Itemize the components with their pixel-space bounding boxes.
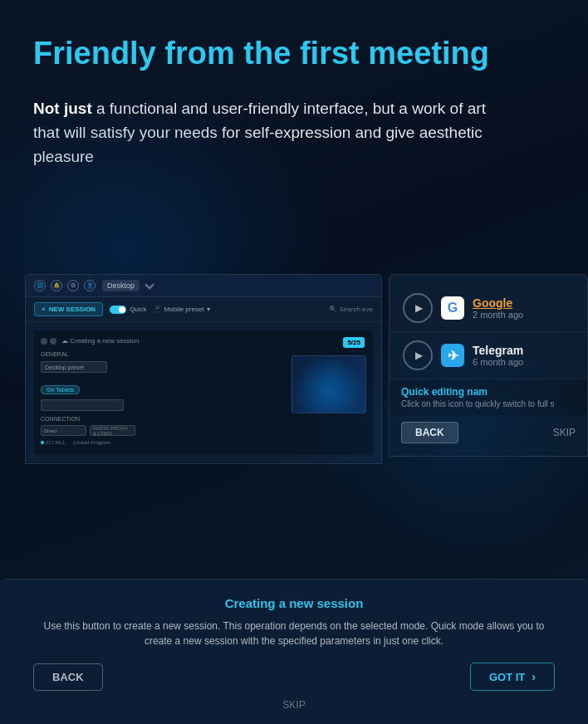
search-bar[interactable]: 🔍 Search eve xyxy=(329,306,373,313)
tutorial-gotit-button[interactable]: GOT IT › xyxy=(470,663,555,691)
right-panel: G Google 2 month ago ✈ Telegram 6 month … xyxy=(389,274,588,457)
mobile-preset-label: Mobile preset xyxy=(164,306,204,313)
header-section: Friendly from the first meeting Not just… xyxy=(0,0,588,169)
quick-editing-title: Quick editing nam xyxy=(401,386,576,398)
tab-dropdown-icon xyxy=(145,280,154,289)
subtitle-strong: Not just xyxy=(33,100,92,117)
globe-icon: 🌐 xyxy=(34,280,46,291)
desktop-preset-input[interactable]: Desktop preset xyxy=(41,361,107,373)
desktop-tab[interactable]: Desktop xyxy=(102,280,140,291)
user-icon: 👤 xyxy=(84,280,96,291)
search-placeholder: Search eve xyxy=(340,306,373,313)
content-window: 5/25 ☁ Creating a new session GENERAL xyxy=(34,330,373,455)
quick-editing-bar: Quick editing nam Click on this icon to … xyxy=(390,379,587,415)
new-session-button[interactable]: + NEW SESSION xyxy=(34,302,103,316)
tab-pill[interactable]: Gn Tablets xyxy=(41,385,80,394)
google-app-name: Google xyxy=(473,296,574,310)
quick-toggle[interactable]: Quick xyxy=(110,306,146,314)
right-panel-back-button[interactable]: BACK xyxy=(401,422,458,443)
ip-stat: 217.69.1. xyxy=(41,440,66,445)
window-dot-2 xyxy=(50,338,56,345)
google-app-info: Google 2 month ago xyxy=(473,296,574,320)
right-panel-buttons: BACK SKIP xyxy=(390,415,587,450)
desktop-preset-value: Desktop preset xyxy=(45,364,84,370)
browser-mockup: 🌐 🔔 ⚙ 👤 Desktop + NEW SESSION Quick xyxy=(25,274,382,464)
telegram-app-name: Telegram xyxy=(473,344,574,357)
gotit-label: GOT IT xyxy=(489,671,525,683)
tutorial-buttons: BACK GOT IT › xyxy=(33,663,555,691)
window-title-bar: ☁ Creating a new session xyxy=(41,337,366,345)
tutorial-title: Creating a new session xyxy=(33,596,555,610)
connection-section: CONNECTION Direct PASTE PROXY & CRED xyxy=(41,416,366,436)
bottom-stats: 217.69.1. (United Kingdom xyxy=(41,440,366,445)
preset-chevron: ▾ xyxy=(207,306,210,313)
ip-value: 217.69.1. xyxy=(46,440,66,445)
screenshots-area: G Google 2 month ago ✈ Telegram 6 month … xyxy=(0,274,588,724)
google-play-button[interactable] xyxy=(403,293,433,323)
location-value: (United Kingdom xyxy=(73,440,110,445)
toggle-switch[interactable] xyxy=(110,306,126,314)
session-bar: + NEW SESSION Quick 📱 Mobile preset ▾ 🔍 … xyxy=(26,297,381,322)
window-dot-1 xyxy=(41,338,47,345)
connection-label: CONNECTION xyxy=(41,416,366,422)
window-context-label: ☁ Creating a new session xyxy=(61,337,139,345)
step-badge: 5/25 xyxy=(343,337,365,348)
stat-dot-ip xyxy=(41,441,44,444)
telegram-play-button[interactable] xyxy=(403,340,433,370)
browser-nav-icons: 🌐 🔔 ⚙ 👤 xyxy=(34,280,96,291)
new-session-label: NEW SESSION xyxy=(49,306,96,313)
telegram-app-info: Telegram 6 month ago xyxy=(473,344,574,367)
connection-row: Direct PASTE PROXY & CRED xyxy=(41,425,366,436)
quick-label: Quick xyxy=(130,306,146,313)
tutorial-skip-button[interactable]: SKIP xyxy=(33,699,555,711)
google-app-time: 2 month ago xyxy=(473,310,574,320)
subtitle-text: Not just a functional and user-friendly … xyxy=(33,96,515,169)
gear-icon: ⚙ xyxy=(67,280,79,291)
name-input[interactable] xyxy=(41,399,124,411)
browser-toolbar: 🌐 🔔 ⚙ 👤 Desktop xyxy=(26,275,381,297)
mobile-icon: 📱 xyxy=(154,306,162,313)
window-dots xyxy=(41,338,56,345)
proxy-input[interactable]: PASTE PROXY & CRED xyxy=(90,425,135,436)
preview-image xyxy=(292,355,366,413)
right-panel-skip-button[interactable]: SKIP xyxy=(553,427,576,438)
browser-content-area: 5/25 ☁ Creating a new session GENERAL xyxy=(26,322,381,463)
quick-editing-desc: Click on this icon to quickly switch to … xyxy=(401,399,576,408)
proxy-placeholder: PASTE PROXY & CRED xyxy=(93,426,132,436)
tutorial-panel: Creating a new session Use this button t… xyxy=(0,579,588,724)
google-app-icon: G xyxy=(441,296,464,320)
mobile-preset-button[interactable]: 📱 Mobile preset ▾ xyxy=(154,306,210,313)
telegram-app-time: 6 month ago xyxy=(473,357,574,367)
bell-icon: 🔔 xyxy=(51,280,62,291)
proxy-type-select[interactable]: Direct xyxy=(41,425,86,436)
tutorial-description: Use this button to create a new session.… xyxy=(33,619,555,649)
preview-glow xyxy=(292,356,365,413)
search-icon: 🔍 xyxy=(329,306,337,313)
telegram-list-item[interactable]: ✈ Telegram 6 month ago xyxy=(390,332,587,379)
google-list-item[interactable]: G Google 2 month ago xyxy=(390,285,587,332)
location-stat: (United Kingdom xyxy=(73,440,110,445)
page-container: Friendly from the first meeting Not just… xyxy=(0,0,588,724)
gotit-arrow-icon: › xyxy=(532,670,536,683)
page-title: Friendly from the first meeting xyxy=(33,35,555,73)
plus-icon: + xyxy=(42,306,46,313)
telegram-app-icon: ✈ xyxy=(441,344,464,367)
tutorial-back-button[interactable]: BACK xyxy=(33,663,103,691)
